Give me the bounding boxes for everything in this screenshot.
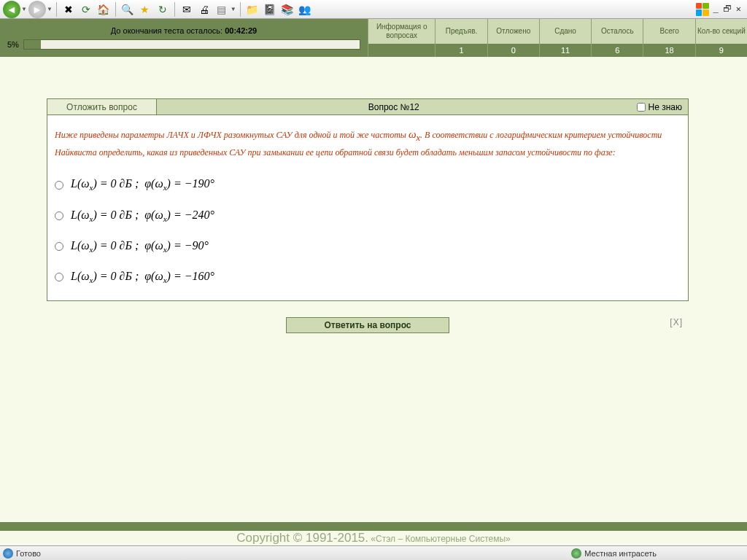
search-icon[interactable]: 🔍 [120, 1, 136, 18]
status-ready: Готово [16, 549, 41, 558]
postpone-button[interactable]: Отложить вопрос [47, 99, 157, 114]
status-zone: Местная интрасеть [584, 549, 657, 558]
question-panel: Отложить вопрос Вопрос №12 Не знаю Ниже … [47, 98, 689, 301]
dont-know-wrap[interactable]: Не знаю [631, 102, 688, 112]
options-list: L(ωx) = 0 ∂Б ; φ(ωx) = −190° L(ωx) = 0 ∂… [55, 177, 681, 284]
favorites-icon[interactable]: ★ [137, 1, 153, 18]
nav-forward-dropdown[interactable]: ▼ [47, 6, 53, 12]
question-text: Ниже приведены параметры ЛАЧХ и ЛФЧХ раз… [55, 125, 681, 160]
research-icon[interactable]: 📓 [262, 1, 278, 18]
info-header-5: Всего [643, 19, 694, 44]
option-radio-0[interactable] [55, 181, 63, 190]
nav-back-dropdown[interactable]: ▼ [21, 6, 27, 12]
test-info-bar: До окончания теста осталось: 00:42:29 5%… [0, 19, 747, 57]
info-columns: Информация о вопросах Предъяв. 1 Отложен… [368, 19, 747, 57]
option-row[interactable]: L(ωx) = 0 ∂Б ; φ(ωx) = −190° [55, 177, 681, 192]
close-x-button[interactable]: [X] [670, 317, 683, 327]
info-value-4: 6 [592, 44, 643, 57]
info-header-6: Кол-во секций [696, 19, 747, 44]
timer-area: До окончания теста осталось: 00:42:29 5% [0, 19, 368, 57]
dont-know-label: Не знаю [649, 102, 682, 112]
footer-bar [0, 522, 747, 531]
info-header-0: Информация о вопросах [368, 19, 435, 44]
info-header-4: Осталось [592, 19, 643, 44]
option-formula-0: L(ωx) = 0 ∂Б ; φ(ωx) = −190° [71, 177, 214, 192]
info-header-1: Предъяв. [436, 19, 487, 44]
info-header-2: Отложено [488, 19, 539, 44]
messenger-icon[interactable]: 👥 [297, 1, 313, 18]
content-area: Отложить вопрос Вопрос №12 Не знаю Ниже … [0, 57, 747, 522]
mail-icon[interactable]: ✉ [179, 1, 195, 18]
onenote-icon[interactable]: 📚 [279, 1, 295, 18]
info-value-0 [368, 44, 435, 57]
windows-logo-icon [696, 3, 709, 16]
info-value-5: 18 [643, 44, 694, 57]
progress-percent: 5% [7, 40, 19, 49]
history-icon[interactable]: ↻ [155, 1, 171, 18]
folder-icon[interactable]: 📁 [244, 1, 260, 18]
nav-forward-button[interactable]: ► [28, 1, 46, 18]
option-radio-3[interactable] [55, 273, 63, 281]
info-value-6: 9 [696, 44, 747, 57]
ie-icon [3, 548, 13, 559]
window-restore-button[interactable]: 🗗 [723, 4, 732, 15]
option-row[interactable]: L(ωx) = 0 ∂Б ; φ(ωx) = −240° [55, 209, 681, 223]
dont-know-checkbox[interactable] [637, 103, 646, 112]
home-icon[interactable]: 🏠 [96, 1, 112, 18]
info-value-1: 1 [436, 44, 487, 57]
window-close-button[interactable]: ✕ [736, 4, 741, 15]
zone-icon [571, 548, 581, 559]
option-formula-2: L(ωx) = 0 ∂Б ; φ(ωx) = −90° [71, 239, 209, 254]
option-formula-1: L(ωx) = 0 ∂Б ; φ(ωx) = −240° [71, 209, 214, 223]
question-title: Вопрос №12 [157, 102, 631, 112]
option-row[interactable]: L(ωx) = 0 ∂Б ; φ(ωx) = −90° [55, 239, 681, 254]
edit-icon[interactable]: ▤ [214, 1, 230, 18]
info-header-3: Сдано [540, 19, 591, 44]
window-minimize-button[interactable]: _ [713, 4, 719, 15]
option-radio-2[interactable] [55, 242, 63, 251]
question-header: Отложить вопрос Вопрос №12 Не знаю [47, 99, 688, 115]
progress-bar [23, 39, 360, 50]
print-icon[interactable]: 🖨 [196, 1, 212, 18]
browser-toolbar: ◄ ▼ ► ▼ ✖ ⟳ 🏠 🔍 ★ ↻ ✉ 🖨 ▤ ▼ 📁 📓 📚 👥 _ 🗗 … [0, 0, 747, 19]
timer-label: До окончания теста осталось: [111, 26, 225, 35]
status-bar: Готово Местная интрасеть [0, 545, 747, 560]
copyright-line: Copyright © 1991-2015. «Стэл – Компьютер… [0, 531, 747, 545]
option-row[interactable]: L(ωx) = 0 ∂Б ; φ(ωx) = −160° [55, 270, 681, 284]
option-radio-1[interactable] [55, 211, 63, 220]
info-value-3: 11 [540, 44, 591, 57]
timer-value: 00:42:29 [225, 26, 257, 35]
stop-icon[interactable]: ✖ [61, 1, 77, 18]
option-formula-3: L(ωx) = 0 ∂Б ; φ(ωx) = −160° [71, 270, 214, 284]
question-body: Ниже приведены параметры ЛАЧХ и ЛФЧХ раз… [47, 115, 688, 300]
answer-button[interactable]: Ответить на вопрос [286, 317, 449, 333]
edit-dropdown[interactable]: ▼ [231, 6, 236, 12]
nav-back-button[interactable]: ◄ [3, 1, 20, 18]
info-value-2: 0 [488, 44, 539, 57]
answer-row: Ответить на вопрос [X] [47, 316, 689, 335]
refresh-icon[interactable]: ⟳ [78, 1, 94, 18]
